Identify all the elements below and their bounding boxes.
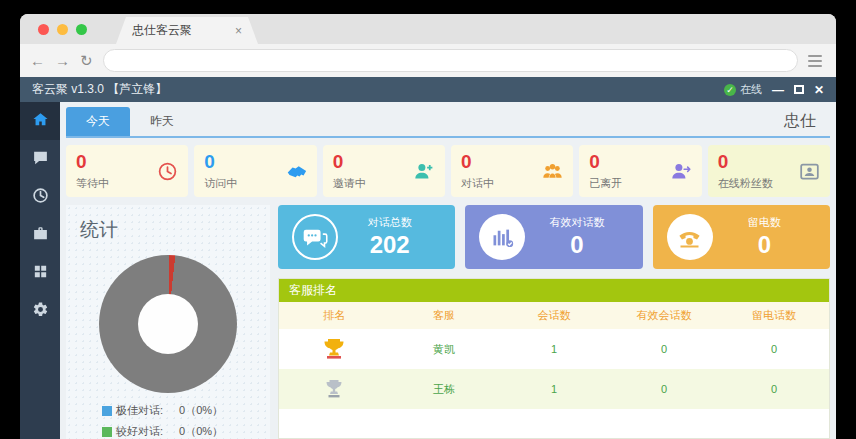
browser-toolbar: ← → ↻ — [20, 44, 836, 77]
brand-label: 忠仕 — [784, 111, 830, 136]
app-title: 客云聚 v1.3.0 【芦立锋】 — [32, 81, 167, 98]
stat-card-visiting[interactable]: 0 访问中 — [194, 145, 316, 197]
stat-cards-row: 0 等待中 0 访问中 0 邀请中 0 对话中 — [66, 145, 830, 197]
app-close-icon[interactable]: ✕ — [814, 83, 824, 97]
summary-card-phone-leads[interactable]: 留电数 0 — [653, 205, 830, 269]
sidebar-item-settings[interactable] — [20, 292, 60, 330]
browser-tab-strip: 忠仕客云聚 × — [20, 14, 836, 44]
forward-icon[interactable]: → — [55, 53, 70, 68]
ranking-table: 排名 客服 会话数 有效会话数 留电话数 — [279, 302, 829, 409]
minimize-window-icon[interactable] — [57, 24, 68, 35]
col-sessions: 会话数 — [499, 302, 609, 329]
app-maximize-icon[interactable] — [794, 85, 804, 94]
conversation-quality-donut-chart — [99, 255, 237, 393]
sidebar-item-apps[interactable] — [20, 254, 60, 292]
traffic-lights — [38, 24, 87, 35]
valid-session-count: 0 — [609, 329, 719, 369]
table-row[interactable]: 王栋 1 0 0 — [279, 369, 829, 409]
donut-legend: 极佳对话: 0（0%） 较好对话: 0（0%） 一般对话: 0（0%） — [80, 403, 256, 439]
people-group-icon — [542, 161, 563, 182]
silver-trophy-icon — [279, 369, 389, 409]
phone-lead-count: 0 — [719, 329, 829, 369]
legend-swatch-green — [102, 427, 112, 437]
summary-value: 202 — [338, 231, 441, 259]
online-check-icon: ✓ — [724, 84, 736, 96]
summary-value: 0 — [713, 231, 816, 259]
agent-name: 黄凯 — [389, 329, 499, 369]
browser-tab-title: 忠仕客云聚 — [132, 22, 192, 39]
sidebar-item-chat[interactable] — [20, 140, 60, 178]
gold-trophy-icon — [279, 329, 389, 369]
zoom-window-icon[interactable] — [76, 24, 87, 35]
back-icon[interactable]: ← — [30, 53, 45, 68]
person-plus-icon — [414, 161, 435, 182]
session-count: 1 — [499, 329, 609, 369]
col-agent: 客服 — [389, 302, 499, 329]
summary-label: 有效对话数 — [525, 215, 628, 230]
summary-label: 对话总数 — [338, 215, 441, 230]
legend-swatch-blue — [102, 406, 112, 416]
legend-label: 极佳对话: — [116, 403, 163, 418]
chat-icon — [32, 149, 49, 170]
phone-icon — [667, 214, 713, 260]
summary-card-valid-chats[interactable]: 有效对话数 0 — [465, 205, 642, 269]
briefcase-icon — [32, 225, 49, 246]
col-rank: 排名 — [279, 302, 389, 329]
browser-menu-icon[interactable] — [808, 55, 826, 67]
ranking-header-row: 排名 客服 会话数 有效会话数 留电话数 — [279, 302, 829, 329]
sidebar — [20, 102, 60, 439]
tab-close-icon[interactable]: × — [235, 24, 242, 38]
ranking-title: 客服排名 — [279, 279, 829, 302]
stat-card-left[interactable]: 0 已离开 — [579, 145, 701, 197]
online-status: ✓ 在线 — [724, 82, 762, 97]
clock-icon — [157, 161, 178, 182]
fans-card-icon — [799, 161, 820, 182]
handshake-icon — [286, 161, 307, 182]
stat-card-online-fans[interactable]: 0 在线粉丝数 — [708, 145, 830, 197]
chat-bubbles-icon — [292, 214, 338, 260]
stat-card-waiting[interactable]: 0 等待中 — [66, 145, 188, 197]
legend-item: 极佳对话: 0（0%） — [102, 403, 256, 418]
summary-value: 0 — [525, 231, 628, 259]
url-input[interactable] — [103, 49, 798, 72]
app-minimize-icon[interactable]: — — [772, 83, 784, 97]
app-titlebar: 客云聚 v1.3.0 【芦立锋】 ✓ 在线 — ✕ — [20, 77, 836, 102]
clock-icon — [32, 187, 49, 208]
sidebar-item-workbench[interactable] — [20, 216, 60, 254]
sidebar-item-history[interactable] — [20, 178, 60, 216]
main-content: 今天 昨天 忠仕 0 等待中 0 访问中 0 邀请中 — [60, 102, 836, 439]
table-row[interactable]: 黄凯 1 0 0 — [279, 329, 829, 369]
gear-icon — [32, 301, 49, 322]
phone-lead-count: 0 — [719, 369, 829, 409]
session-count: 1 — [499, 369, 609, 409]
stat-card-chatting[interactable]: 0 对话中 — [451, 145, 573, 197]
col-phone-leads: 留电话数 — [719, 302, 829, 329]
summary-cards-row: 对话总数 202 有效对话数 0 — [278, 205, 830, 269]
close-window-icon[interactable] — [38, 24, 49, 35]
col-valid-sessions: 有效会话数 — [609, 302, 719, 329]
tab-yesterday[interactable]: 昨天 — [130, 107, 194, 136]
statistics-panel: 统计 极佳对话: 0（0%） 较好对话: 0（0%） — [66, 205, 270, 439]
legend-value: 0（0%） — [179, 403, 223, 418]
home-icon — [32, 111, 49, 132]
reload-icon[interactable]: ↻ — [80, 53, 93, 68]
bar-chart-icon — [479, 214, 525, 260]
agent-name: 王栋 — [389, 369, 499, 409]
statistics-title: 统计 — [80, 217, 256, 243]
stat-card-inviting[interactable]: 0 邀请中 — [323, 145, 445, 197]
valid-session-count: 0 — [609, 369, 719, 409]
person-leave-icon — [671, 161, 692, 182]
online-label: 在线 — [740, 82, 762, 97]
legend-item: 较好对话: 0（0%） — [102, 424, 256, 439]
date-tabs: 今天 昨天 忠仕 — [66, 108, 830, 138]
agent-ranking-panel: 客服排名 排名 客服 会话数 有效会话数 留电话数 — [278, 278, 830, 439]
browser-window: 忠仕客云聚 × ← → ↻ 客云聚 v1.3.0 【芦立锋】 ✓ 在线 — ✕ — [20, 14, 836, 439]
browser-tab[interactable]: 忠仕客云聚 × — [116, 17, 258, 44]
sidebar-item-home[interactable] — [20, 102, 60, 140]
legend-label: 较好对话: — [116, 424, 163, 439]
legend-value: 0（0%） — [179, 424, 223, 439]
tab-today[interactable]: 今天 — [66, 107, 130, 136]
summary-card-total-chats[interactable]: 对话总数 202 — [278, 205, 455, 269]
grid-icon — [32, 263, 49, 284]
summary-label: 留电数 — [713, 215, 816, 230]
